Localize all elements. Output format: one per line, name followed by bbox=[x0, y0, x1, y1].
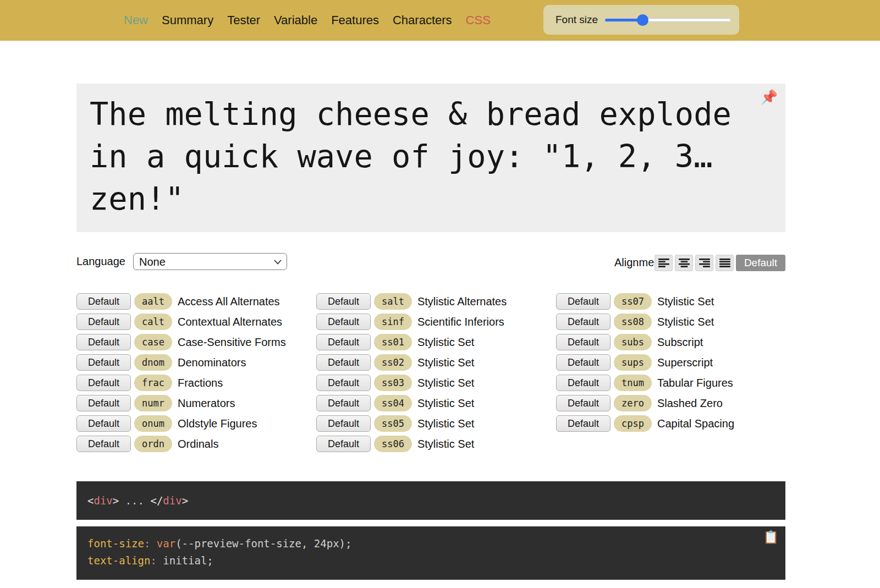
nav-item-summary[interactable]: Summary bbox=[162, 13, 213, 28]
feature-row-subs: DefaultsubsSubscript bbox=[556, 334, 796, 350]
align-right-button[interactable] bbox=[695, 255, 713, 271]
feature-name: Subscript bbox=[657, 336, 703, 349]
feature-default-button-sinf[interactable]: Default bbox=[316, 314, 371, 330]
feature-default-button-ss03[interactable]: Default bbox=[316, 375, 371, 391]
feature-tag-pill: ss06 bbox=[374, 436, 412, 452]
feature-tag-pill: ss08 bbox=[614, 314, 652, 330]
language-select-wrap: None bbox=[133, 253, 287, 270]
feature-name: Stylistic Set bbox=[417, 438, 474, 450]
feature-default-button-ss08[interactable]: Default bbox=[556, 314, 610, 330]
feature-row-cpsp: DefaultcpspCapital Spacing bbox=[556, 415, 796, 432]
align-right-icon bbox=[699, 259, 710, 267]
feature-tag-pill: ss01 bbox=[374, 334, 412, 350]
feature-default-button-ss07[interactable]: Default bbox=[556, 293, 610, 310]
feature-row-sinf: DefaultsinfScientific Inferiors bbox=[316, 314, 556, 330]
nav-item-css[interactable]: CSS bbox=[466, 13, 491, 28]
feature-tag-pill: cpsp bbox=[614, 415, 652, 432]
feature-tag-pill: onum bbox=[134, 415, 172, 432]
feature-default-button-numr[interactable]: Default bbox=[76, 395, 131, 411]
slider-thumb[interactable] bbox=[637, 14, 648, 26]
slider-track[interactable] bbox=[604, 18, 731, 22]
feature-default-button-tnum[interactable]: Default bbox=[556, 375, 610, 391]
feature-row-onum: DefaultonumOldstyle Figures bbox=[76, 415, 316, 432]
feature-tag-pill: sinf bbox=[374, 314, 412, 330]
feature-default-button-dnom[interactable]: Default bbox=[76, 354, 131, 371]
feature-name: Denominators bbox=[178, 356, 246, 369]
code-html-line: <div> ... </div> bbox=[87, 494, 188, 507]
feature-default-button-calt[interactable]: Default bbox=[76, 314, 131, 330]
feature-name: Stylistic Alternates bbox=[417, 295, 507, 308]
nav-item-variable[interactable]: Variable bbox=[274, 13, 317, 28]
features-column-2: DefaultsaltStylistic AlternatesDefaultsi… bbox=[316, 293, 556, 452]
feature-tag-pill: aalt bbox=[134, 293, 172, 310]
feature-default-button-ordn[interactable]: Default bbox=[76, 436, 131, 452]
preview-text[interactable]: The melting cheese & bread explode in a … bbox=[90, 93, 772, 220]
feature-tag-pill: numr bbox=[134, 395, 172, 411]
feature-name: Tabular Figures bbox=[657, 377, 733, 389]
font-size-slider[interactable] bbox=[604, 14, 731, 26]
feature-tag-pill: dnom bbox=[134, 354, 172, 371]
feature-row-numr: DefaultnumrNumerators bbox=[76, 395, 316, 411]
copy-clipboard-icon[interactable]: 📋 bbox=[763, 531, 779, 543]
feature-name: Stylistic Set bbox=[657, 295, 714, 308]
feature-tag-pill: sups bbox=[614, 354, 652, 371]
feature-default-button-ss02[interactable]: Default bbox=[316, 354, 371, 371]
feature-tag-pill: case bbox=[134, 334, 172, 350]
feature-row-sups: DefaultsupsSuperscript bbox=[556, 354, 796, 371]
feature-default-button-zero[interactable]: Default bbox=[556, 395, 610, 411]
feature-tag-pill: tnum bbox=[614, 375, 652, 391]
feature-default-button-ss01[interactable]: Default bbox=[316, 334, 371, 350]
feature-tag-pill: ss07 bbox=[614, 293, 652, 310]
feature-default-button-salt[interactable]: Default bbox=[316, 293, 371, 310]
feature-default-button-ss05[interactable]: Default bbox=[316, 415, 371, 432]
feature-tag-pill: salt bbox=[374, 293, 412, 310]
code-block-html: <div> ... </div> bbox=[76, 481, 785, 520]
code-token: > bbox=[113, 494, 119, 507]
feature-default-button-onum[interactable]: Default bbox=[76, 415, 131, 432]
feature-name: Ordinals bbox=[178, 438, 218, 450]
feature-row-case: DefaultcaseCase-Sensitive Forms bbox=[76, 334, 316, 350]
nav-item-new[interactable]: New bbox=[124, 13, 148, 28]
nav-item-tester[interactable]: Tester bbox=[227, 13, 260, 28]
feature-name: Access All Alternates bbox=[178, 295, 280, 308]
feature-name: Numerators bbox=[178, 397, 235, 410]
code-css-lines: font-size: var(--preview-font-size, 24px… bbox=[87, 535, 785, 569]
feature-default-button-aalt[interactable]: Default bbox=[76, 293, 131, 310]
feature-default-button-case[interactable]: Default bbox=[76, 334, 131, 350]
code-token: > bbox=[182, 494, 188, 507]
feature-row-ordn: DefaultordnOrdinals bbox=[76, 436, 316, 452]
feature-name: Stylistic Set bbox=[417, 336, 474, 349]
language-select[interactable]: None bbox=[133, 253, 287, 270]
feature-tag-pill: ss05 bbox=[374, 415, 412, 432]
feature-row-aalt: DefaultaaltAccess All Alternates bbox=[76, 293, 316, 310]
feature-name: Oldstyle Figures bbox=[178, 417, 257, 430]
feature-default-button-ss04[interactable]: Default bbox=[316, 395, 371, 411]
code-token: : bbox=[144, 537, 157, 549]
pin-icon[interactable]: 📌 bbox=[761, 89, 778, 105]
feature-name: Stylistic Set bbox=[417, 417, 474, 430]
code-token: text-align bbox=[87, 554, 150, 567]
font-size-control: Font size bbox=[543, 5, 739, 35]
align-left-button[interactable] bbox=[654, 255, 673, 271]
alignment-default-button[interactable]: Default bbox=[736, 255, 785, 271]
nav-item-features[interactable]: Features bbox=[331, 13, 379, 28]
feature-name: Case-Sensitive Forms bbox=[178, 336, 286, 349]
nav-item-characters[interactable]: Characters bbox=[393, 13, 452, 28]
feature-default-button-ss06[interactable]: Default bbox=[316, 436, 371, 452]
align-justify-icon bbox=[719, 259, 730, 267]
feature-tag-pill: frac bbox=[134, 375, 172, 391]
feature-row-ss07: Defaultss07Stylistic Set bbox=[556, 293, 796, 310]
feature-default-button-subs[interactable]: Default bbox=[556, 334, 610, 350]
feature-default-button-cpsp[interactable]: Default bbox=[556, 415, 610, 432]
code-token: ... bbox=[119, 494, 150, 507]
align-justify-button[interactable] bbox=[716, 255, 734, 271]
feature-default-button-sups[interactable]: Default bbox=[556, 354, 610, 371]
align-center-button[interactable] bbox=[675, 255, 693, 271]
code-token: < bbox=[87, 494, 94, 507]
feature-row-ss08: Defaultss08Stylistic Set bbox=[556, 314, 796, 330]
feature-default-button-frac[interactable]: Default bbox=[76, 375, 131, 391]
feature-tag-pill: zero bbox=[614, 395, 652, 411]
feature-row-ss05: Defaultss05Stylistic Set bbox=[316, 415, 556, 432]
feature-row-ss02: Defaultss02Stylistic Set bbox=[316, 354, 556, 371]
preview-panel: 📌 The melting cheese & bread explode in … bbox=[76, 84, 785, 232]
